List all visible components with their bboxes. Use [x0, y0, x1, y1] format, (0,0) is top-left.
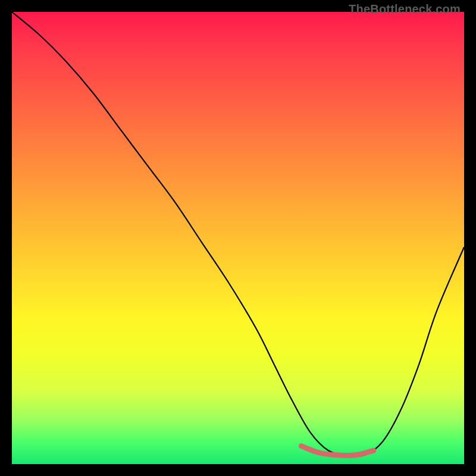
- chart-svg: [12, 12, 464, 464]
- watermark-text: TheBottleneck.com: [349, 2, 461, 16]
- bottleneck-curve: [12, 12, 464, 456]
- accent-segment: [301, 446, 374, 456]
- plot-area: [12, 12, 464, 464]
- chart-frame: TheBottleneck.com: [0, 0, 476, 476]
